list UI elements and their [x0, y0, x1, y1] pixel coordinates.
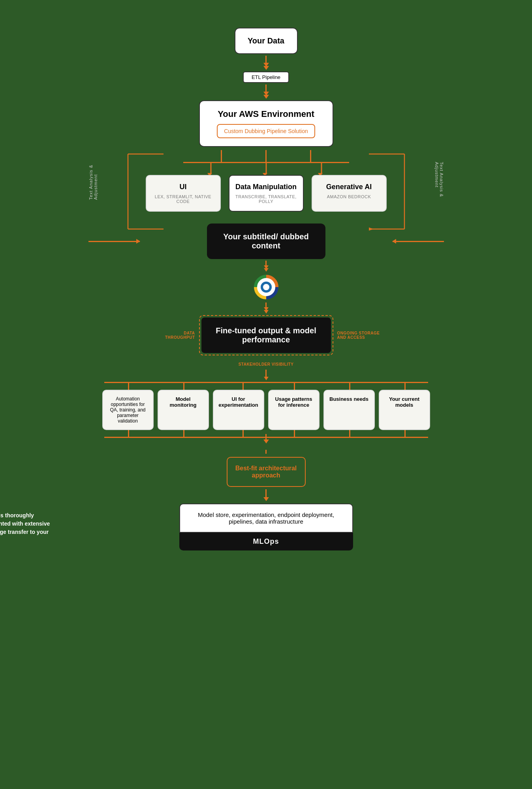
gen-ai-title: Generative AI	[318, 183, 380, 191]
v-rise-3	[243, 430, 244, 438]
bottom-left-text: System is thoroughly documented with ext…	[0, 511, 57, 545]
etl-wrapper: ETL Pipeline	[88, 71, 444, 83]
ui-title: UI	[152, 183, 214, 191]
right-arrowhead	[392, 239, 396, 244]
gen-ai-box: Generative AI AMAZON BEDROCK	[312, 175, 387, 212]
v-drop-4	[294, 382, 295, 390]
mlops-top-text: Model store, experimentation, endpoint d…	[198, 511, 334, 525]
h-connector-six-bottom	[88, 430, 444, 438]
model-monitoring-label: Model monitoring	[170, 396, 197, 408]
arrow-to-etl	[88, 56, 444, 70]
v-drop-5	[349, 382, 350, 390]
gen-ai-subtitle: AMAZON BEDROCK	[318, 194, 380, 199]
center-arrow-down	[263, 434, 269, 443]
right-h-arrow	[393, 241, 444, 242]
dubbed-box: Your subtitled/ dubbed content	[207, 224, 325, 259]
three-col-section: Text Analysis & Adjustment Text Analysis…	[88, 150, 444, 212]
svg-point-10	[264, 285, 268, 289]
automation-label: Automation opportunities for QA, trainin…	[110, 396, 145, 424]
to-dubbed-arrows: Your subtitled/ dubbed content	[88, 224, 444, 259]
v-rise-1	[128, 430, 129, 438]
etl-box: ETL Pipeline	[243, 71, 289, 83]
finetuned-title: Fine-tuned output & model performance	[216, 326, 316, 344]
usage-patterns-label: Usage patterns for inference	[275, 396, 312, 408]
box-business-needs: Business needs	[323, 390, 375, 430]
mlops-top: Model store, experimentation, endpoint d…	[179, 503, 353, 533]
arrow-col-left	[221, 150, 222, 162]
v-drop-2	[183, 382, 184, 390]
stakeholder-label: STAKEHOLDER VISIBILITY	[239, 362, 294, 366]
box-ui-experimentation: UI for experimentation	[213, 390, 264, 430]
aws-section: Your AWS Environment Custom Dubbing Pipe…	[88, 100, 444, 147]
finetuned-dashed-border: Fine-tuned output & model performance	[199, 315, 333, 355]
v-rise-5	[349, 430, 350, 438]
aws-to-three-arrows	[88, 150, 444, 162]
box-current-models: Your current models	[379, 390, 430, 430]
three-col-boxes-area: UI LEX, STREAMLIT, NATIVE CODE Data Mani…	[88, 162, 444, 212]
arrow-to-bestfit	[88, 450, 444, 454]
your-data-section: Your Data	[88, 16, 444, 54]
v-drop-1	[128, 382, 129, 390]
v-rise-4	[294, 430, 295, 438]
h-line-six	[104, 382, 428, 383]
arrow-col-center	[265, 150, 267, 162]
v-rise-2	[183, 430, 184, 438]
circle-icon-container	[88, 273, 444, 301]
ui-box: UI LEX, STREAMLIT, NATIVE CODE	[146, 175, 221, 212]
data-manip-box: Data Manipulation TRANSCRIBE, TRANSLATE,…	[229, 175, 304, 212]
finetuned-box: Fine-tuned output & model performance	[201, 317, 331, 353]
mlops-bottom: MLOps	[179, 533, 353, 550]
h-connector-six	[88, 382, 444, 390]
mlops-bottom-text: MLOps	[253, 537, 279, 545]
finetuned-section: Fine-tuned output & model performance DA…	[199, 315, 333, 355]
data-manip-subtitle: TRANSCRIBE, TRANSLATE, POLLY	[235, 194, 297, 204]
current-models-label: Your current models	[389, 396, 419, 408]
mlops-wrapper: Model store, experimentation, endpoint d…	[179, 503, 353, 550]
etl-label: ETL Pipeline	[252, 74, 280, 80]
six-col-boxes: Automation opportunities for QA, trainin…	[88, 390, 444, 430]
ui-experimentation-label: UI for experimentation	[218, 396, 258, 408]
your-data-title: Your Data	[248, 36, 284, 45]
aws-title: Your AWS Environment	[206, 109, 327, 119]
arrow-to-mlops	[88, 489, 444, 501]
box-usage-patterns: Usage patterns for inference	[268, 390, 320, 430]
data-throughput-label: DATA THROUGHPUT	[156, 331, 195, 340]
three-col-boxes: UI LEX, STREAMLIT, NATIVE CODE Data Mani…	[88, 163, 444, 212]
aws-box: Your AWS Environment Custom Dubbing Pipe…	[199, 100, 333, 147]
arrow-from-dubbed	[88, 261, 444, 272]
your-data-box: Your Data	[235, 28, 298, 54]
six-boxes-section: Automation opportunities for QA, trainin…	[88, 382, 444, 438]
v-drop-6	[404, 382, 406, 390]
dubbed-title: Your subtitled/ dubbed content	[223, 232, 308, 250]
arrow-col-right	[310, 150, 311, 162]
mlops-section: System is thoroughly documented with ext…	[88, 503, 444, 550]
left-arrowhead	[136, 239, 140, 244]
left-h-arrow	[88, 241, 140, 242]
box-model-monitoring: Model monitoring	[158, 390, 209, 430]
bestfit-section: Best-fit architectural approach	[88, 457, 444, 487]
arrow-from-finetuned	[88, 370, 444, 380]
ongoing-storage-label: ONGOING STORAGE AND ACCESS	[337, 331, 381, 340]
business-needs-label: Business needs	[329, 396, 368, 402]
v-rise-6	[404, 430, 406, 438]
arrow-to-aws	[88, 85, 444, 99]
bestfit-box: Best-fit architectural approach	[227, 457, 306, 487]
ui-subtitle: LEX, STREAMLIT, NATIVE CODE	[152, 194, 214, 204]
data-manip-title: Data Manipulation	[235, 183, 297, 191]
arrow-from-circle	[88, 302, 444, 314]
custom-dubbing-label: Custom Dubbing Pipeline Solution	[217, 124, 315, 138]
v-drop-3	[243, 382, 244, 390]
bestfit-title: Best-fit architectural approach	[235, 465, 297, 479]
circle-icon	[252, 273, 280, 301]
box-automation: Automation opportunities for QA, trainin…	[102, 390, 154, 430]
bottom-spacer	[88, 550, 444, 574]
